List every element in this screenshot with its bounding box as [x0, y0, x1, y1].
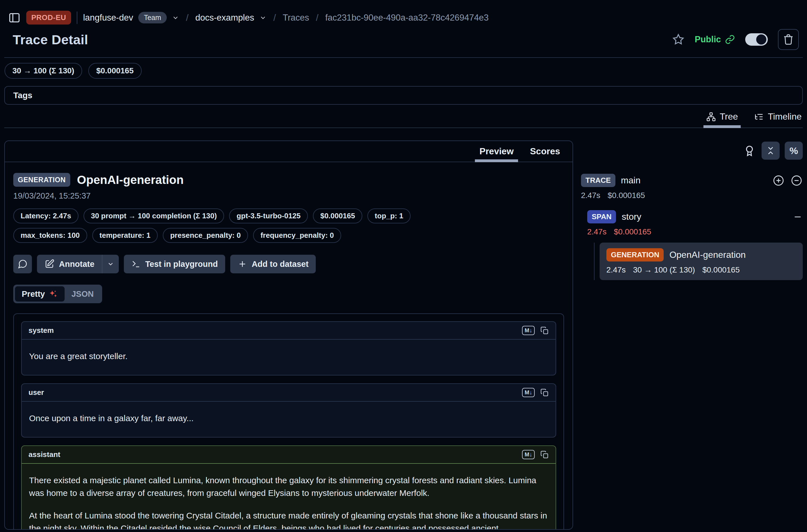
- span-node[interactable]: SPAN story: [587, 210, 803, 223]
- message-header: user M↓: [22, 384, 556, 402]
- annotate-dropdown-button[interactable]: [102, 255, 119, 273]
- topbar-divider: [77, 12, 77, 24]
- org-plan-badge: Team: [138, 12, 167, 23]
- copy-button[interactable]: [540, 326, 549, 335]
- environment-badge: PROD-EU: [26, 11, 71, 24]
- public-share-link[interactable]: Public: [695, 34, 735, 44]
- tree-icon: [706, 112, 716, 121]
- pen-square-icon: [44, 259, 54, 269]
- span-collapse-button[interactable]: [793, 212, 803, 222]
- comment-button[interactable]: [13, 255, 32, 273]
- annotate-button[interactable]: Annotate: [37, 255, 102, 273]
- span-name: story: [622, 212, 641, 222]
- observation-badges: Latency: 2.47s 30 prompt → 100 completio…: [13, 208, 414, 243]
- tags-label: Tags: [13, 91, 33, 100]
- comment-icon: [18, 259, 27, 269]
- message-paragraph: You are a great storyteller.: [29, 350, 548, 362]
- markdown-toggle-icon[interactable]: M↓: [522, 450, 535, 459]
- message-content: There existed a majestic planet called L…: [22, 464, 556, 530]
- observation-body: GENERATION OpenAI-generation 19/03/2024,…: [5, 162, 573, 530]
- assistant-message-block: assistant M↓ There existed a majestic pl…: [21, 445, 556, 530]
- breadcrumb: langfuse-dev Team / docs-examples / Trac…: [83, 12, 488, 23]
- tab-scores[interactable]: Scores: [530, 146, 560, 162]
- trace-node-label: TRACE main: [581, 174, 640, 187]
- message-content: You are a great storyteller.: [22, 340, 556, 375]
- delete-trace-button[interactable]: [778, 29, 799, 50]
- message-header-icons: M↓: [522, 388, 549, 397]
- observation-card: Preview Scores GENERATION OpenAI-generat…: [4, 140, 573, 530]
- trash-icon: [783, 34, 794, 45]
- fold-vertical-icon: [766, 146, 776, 156]
- tags-container[interactable]: Tags: [4, 86, 803, 104]
- message-role-label: user: [29, 388, 44, 397]
- test-in-playground-button[interactable]: Test in playground: [124, 255, 225, 273]
- markdown-toggle-icon[interactable]: M↓: [522, 388, 535, 397]
- copy-icon: [540, 388, 549, 397]
- annotate-split-button: Annotate: [37, 255, 119, 273]
- collapse-all-button[interactable]: [762, 141, 780, 160]
- message-paragraph: Once upon a time in a galaxy far, far aw…: [29, 412, 548, 424]
- generation-latency: 2.47s: [606, 265, 626, 274]
- trace-latency: 2.47s: [581, 191, 600, 200]
- copy-button[interactable]: [540, 388, 549, 397]
- sparkles-icon: [48, 289, 58, 299]
- toggle-knob: [756, 34, 766, 44]
- presence-penalty-badge: presence_penalty: 0: [163, 228, 248, 243]
- minus-icon: [793, 212, 803, 222]
- breadcrumb-project[interactable]: docs-examples: [195, 13, 254, 23]
- add-to-dataset-button[interactable]: Add to dataset: [230, 255, 316, 273]
- copy-icon: [540, 326, 549, 335]
- annotate-label: Annotate: [59, 260, 95, 269]
- public-toggle[interactable]: [745, 33, 768, 46]
- terminal-icon: [131, 259, 141, 269]
- trace-node-controls: [772, 174, 803, 187]
- breadcrumb-separator: /: [314, 13, 320, 23]
- public-label: Public: [695, 34, 721, 44]
- collapse-all-circle-button[interactable]: [790, 174, 803, 187]
- expand-all-button[interactable]: [772, 174, 785, 187]
- top-p-badge: top_p: 1: [368, 208, 411, 223]
- user-message-block: user M↓ Once upon a time in a galaxy far…: [21, 383, 556, 437]
- json-toggle[interactable]: JSON: [64, 286, 100, 302]
- metrics-percent-button[interactable]: %: [785, 141, 803, 160]
- trace-node[interactable]: TRACE main: [581, 174, 803, 187]
- bookmark-star-button[interactable]: [672, 33, 684, 46]
- tab-timeline[interactable]: Timeline: [754, 111, 802, 128]
- link-icon: [725, 34, 735, 44]
- sidebar-toggle-button[interactable]: [8, 12, 21, 24]
- latency-badge: Latency: 2.47s: [13, 208, 78, 223]
- markdown-toggle-icon[interactable]: M↓: [522, 326, 535, 335]
- breadcrumb-org[interactable]: langfuse-dev: [83, 13, 133, 23]
- max-tokens-badge: max_tokens: 100: [13, 228, 87, 243]
- pretty-toggle[interactable]: Pretty: [15, 286, 64, 302]
- tab-tree[interactable]: Tree: [706, 111, 738, 128]
- breadcrumb-section[interactable]: Traces: [283, 13, 309, 23]
- trace-tree-panel: % TRACE main 2.47s $0.000165 S: [581, 140, 803, 530]
- tab-timeline-label: Timeline: [768, 111, 802, 122]
- chevron-down-icon: [107, 260, 114, 268]
- tab-tree-label: Tree: [720, 111, 738, 122]
- generation-node-selected[interactable]: GENERATION OpenAI-generation 2.47s 30 → …: [600, 243, 803, 280]
- chevron-down-icon[interactable]: [259, 14, 267, 21]
- tab-preview[interactable]: Preview: [480, 146, 513, 162]
- chevron-down-icon[interactable]: [172, 14, 179, 21]
- tree-panel-toolbar: %: [581, 141, 803, 160]
- generation-cost: $0.000165: [702, 265, 739, 274]
- copy-button[interactable]: [540, 451, 549, 459]
- award-icon: [744, 145, 755, 156]
- content-area: Preview Scores GENERATION OpenAI-generat…: [4, 140, 803, 530]
- span-children: GENERATION OpenAI-generation 2.47s 30 → …: [594, 243, 803, 280]
- scores-award-button[interactable]: [743, 145, 756, 156]
- message-role-label: system: [29, 326, 54, 335]
- breadcrumb-separator: /: [272, 13, 278, 23]
- token-usage-badge: 30 prompt → 100 completion (Σ 130): [83, 208, 224, 223]
- observation-actions: Annotate Test in playground Add to data: [13, 255, 564, 273]
- token-usage-badge: 30 → 100 (Σ 130): [4, 63, 82, 79]
- message-role-label: assistant: [29, 450, 60, 459]
- span-type-badge: SPAN: [587, 210, 616, 223]
- breadcrumb-separator: /: [184, 13, 190, 23]
- span-cost: $0.000165: [614, 227, 651, 236]
- message-header: system M↓: [22, 322, 556, 340]
- timeline-icon: [754, 112, 764, 121]
- star-icon: [672, 33, 684, 46]
